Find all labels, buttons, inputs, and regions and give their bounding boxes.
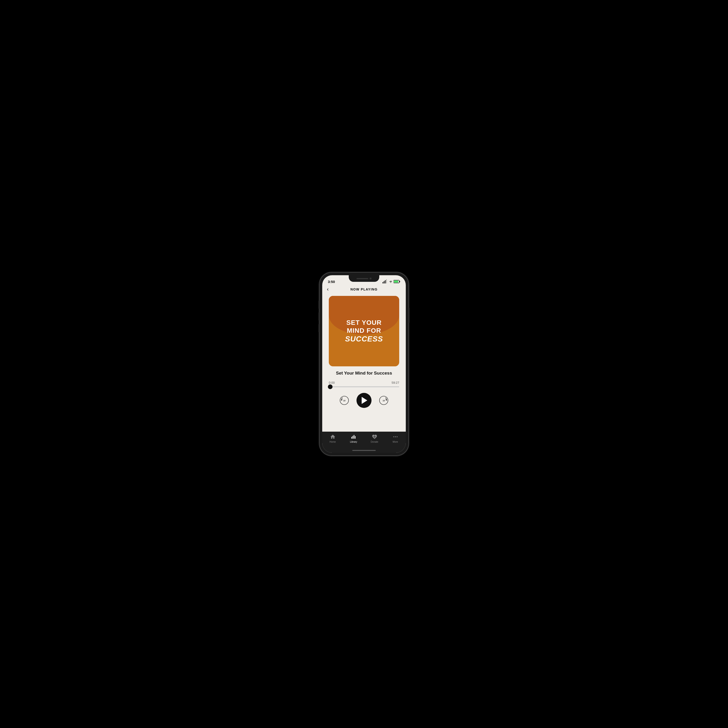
more-icon	[393, 434, 398, 440]
svg-point-18	[395, 436, 396, 437]
svg-rect-13	[351, 437, 352, 439]
time-current: 0:00	[329, 381, 335, 385]
svg-rect-15	[354, 435, 354, 439]
speaker-grille	[356, 278, 368, 279]
notch	[349, 275, 379, 282]
progress-thumb[interactable]	[328, 385, 333, 389]
front-camera	[370, 277, 372, 279]
phone-device: 3:50 ‹ NOW PLAYI	[320, 273, 408, 455]
forward-icon: 10	[379, 395, 388, 405]
library-icon	[351, 434, 356, 440]
home-indicator	[352, 450, 376, 451]
svg-rect-16	[355, 436, 356, 439]
svg-text:10: 10	[382, 400, 385, 402]
page-title: NOW PLAYING	[350, 287, 378, 291]
phone-screen: 3:50 ‹ NOW PLAYI	[322, 275, 406, 453]
album-title-line2: MIND FOR	[345, 326, 383, 335]
status-icons	[382, 279, 400, 284]
svg-point-19	[397, 436, 398, 437]
album-art: SET YOUR MIND FOR SUCCESS	[329, 296, 399, 366]
album-title-line3: SUCCESS	[345, 334, 383, 343]
status-time: 3:50	[328, 280, 335, 284]
main-content: SET YOUR MIND FOR SUCCESS Set Your Mind …	[322, 294, 406, 432]
track-title: Set Your Mind for Success	[336, 371, 392, 376]
header: ‹ NOW PLAYING	[322, 285, 406, 294]
play-icon	[362, 397, 367, 404]
svg-rect-6	[394, 280, 398, 283]
progress-bar[interactable]	[329, 386, 399, 387]
play-button[interactable]	[356, 393, 372, 408]
svg-point-17	[393, 436, 394, 437]
wifi-icon	[389, 280, 393, 284]
svg-rect-1	[384, 281, 384, 284]
svg-rect-5	[399, 281, 400, 282]
playback-controls: 10 10	[339, 393, 389, 408]
album-text: SET YOUR MIND FOR SUCCESS	[340, 314, 388, 348]
album-title-line1: SET YOUR	[345, 319, 383, 326]
bottom-navigation: Home Library Donate	[322, 432, 406, 453]
svg-rect-0	[382, 282, 383, 284]
signal-icon	[382, 279, 388, 284]
nav-item-home[interactable]: Home	[326, 434, 340, 443]
home-icon	[330, 434, 336, 440]
forward-button[interactable]: 10	[379, 395, 389, 406]
nav-label-donate: Donate	[370, 441, 378, 443]
nav-item-donate[interactable]: Donate	[367, 434, 382, 443]
rewind-button[interactable]: 10	[339, 395, 349, 406]
nav-label-more: More	[393, 441, 398, 443]
nav-label-library: Library	[350, 441, 357, 443]
nav-item-library[interactable]: Library	[347, 434, 361, 443]
battery-icon	[393, 280, 400, 283]
nav-item-more[interactable]: More	[388, 434, 402, 443]
svg-rect-14	[352, 436, 353, 439]
nav-label-home: Home	[329, 441, 336, 443]
rewind-icon: 10	[340, 395, 349, 405]
progress-times: 0:00 59:27	[329, 381, 399, 385]
svg-rect-2	[385, 280, 385, 284]
progress-section: 0:00 59:27	[329, 381, 399, 387]
svg-text:10: 10	[343, 400, 346, 402]
back-button[interactable]: ‹	[327, 287, 329, 292]
svg-rect-3	[386, 279, 387, 284]
donate-icon	[372, 434, 378, 440]
time-total: 59:27	[392, 381, 399, 385]
